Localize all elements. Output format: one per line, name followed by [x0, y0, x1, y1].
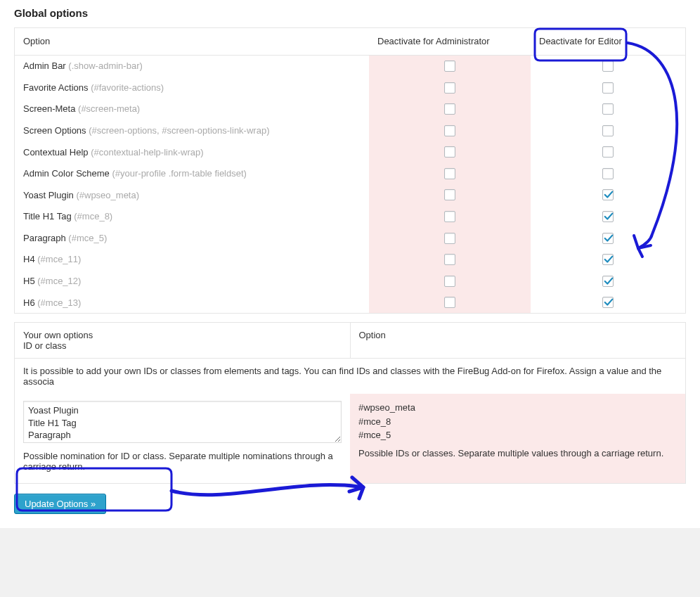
deactivate-admin-checkbox[interactable]: [444, 82, 455, 94]
own-options-panel: Your own options ID or class Option It i…: [14, 322, 686, 484]
table-row: Title H1 Tag (#mce_8): [15, 205, 685, 227]
global-options-table: Option Deactivate for Administrator Deac…: [14, 27, 686, 314]
table-row: H4 (#mce_11): [15, 249, 685, 271]
table-row: Paragraph (#mce_5): [15, 227, 685, 249]
deactivate-editor-checkbox[interactable]: [602, 82, 614, 94]
own-right-hint: Possible IDs or classes. Separate multip…: [358, 448, 677, 458]
deactivate-admin-checkbox[interactable]: [444, 103, 455, 115]
table-row: Yoast Plugin (#wpseo_meta): [15, 184, 685, 206]
option-label: H4 (#mce_11): [15, 249, 369, 271]
table-row: Screen Options (#screen-options, #screen…: [15, 120, 685, 141]
option-label: Admin Color Scheme (#your-profile .form-…: [15, 162, 369, 184]
option-label: Title H1 Tag (#mce_8): [15, 205, 369, 227]
table-row: H5 (#mce_12): [15, 270, 685, 292]
own-header-title: Your own options: [23, 330, 93, 340]
option-label: Admin Bar (.show-admin-bar): [15, 55, 369, 77]
deactivate-editor-checkbox[interactable]: [602, 168, 614, 179]
option-label: Screen Options (#screen-options, #screen…: [15, 120, 369, 141]
deactivate-editor-checkbox[interactable]: [602, 233, 614, 244]
deactivate-editor-checkbox[interactable]: [602, 60, 614, 72]
option-label: H5 (#mce_12): [15, 270, 369, 292]
table-row: H6 (#mce_13): [15, 292, 685, 314]
own-description: It is possible to add your own IDs or cl…: [15, 359, 685, 394]
deactivate-admin-checkbox[interactable]: [444, 254, 455, 265]
option-label: Paragraph (#mce_5): [15, 227, 369, 249]
deactivate-admin-checkbox[interactable]: [444, 189, 455, 200]
option-label: Favorite Actions (#favorite-actions): [15, 77, 369, 98]
deactivate-admin-checkbox[interactable]: [444, 168, 455, 179]
deactivate-editor-checkbox[interactable]: [602, 189, 614, 200]
deactivate-admin-checkbox[interactable]: [444, 146, 455, 158]
own-selector-values: #wpseo_meta#mce_8#mce_5: [358, 401, 677, 442]
deactivate-editor-checkbox[interactable]: [602, 103, 614, 115]
option-label: Screen-Meta (#screen-meta): [15, 98, 369, 120]
section-title: Global options: [0, 0, 700, 27]
deactivate-editor-checkbox[interactable]: [602, 276, 614, 287]
col-admin-header: Deactivate for Administrator: [369, 28, 531, 55]
table-row: Screen-Meta (#screen-meta): [15, 98, 685, 120]
deactivate-editor-checkbox[interactable]: [602, 125, 614, 136]
own-header-right: Option: [351, 323, 686, 358]
table-row: Admin Bar (.show-admin-bar): [15, 55, 685, 77]
own-header-sub: ID or class: [23, 340, 66, 351]
deactivate-admin-checkbox[interactable]: [444, 60, 455, 72]
table-row: Admin Color Scheme (#your-profile .form-…: [15, 162, 685, 184]
option-label: Yoast Plugin (#wpseo_meta): [15, 184, 369, 206]
own-ids-textarea[interactable]: [23, 401, 342, 443]
deactivate-editor-checkbox[interactable]: [602, 211, 614, 222]
deactivate-admin-checkbox[interactable]: [444, 211, 455, 222]
own-header-left: Your own options ID or class: [15, 323, 351, 358]
deactivate-editor-checkbox[interactable]: [602, 297, 614, 308]
deactivate-admin-checkbox[interactable]: [444, 233, 455, 244]
option-label: H6 (#mce_13): [15, 292, 369, 314]
deactivate-admin-checkbox[interactable]: [444, 276, 455, 287]
col-option-header: Option: [15, 28, 369, 55]
table-row: Contextual Help (#contextual-help-link-w…: [15, 141, 685, 163]
table-row: Favorite Actions (#favorite-actions): [15, 77, 685, 98]
deactivate-editor-checkbox[interactable]: [602, 254, 614, 265]
deactivate-admin-checkbox[interactable]: [444, 297, 455, 308]
update-options-button[interactable]: Update Options »: [14, 494, 106, 514]
deactivate-admin-checkbox[interactable]: [444, 125, 455, 136]
option-label: Contextual Help (#contextual-help-link-w…: [15, 141, 369, 163]
deactivate-editor-checkbox[interactable]: [602, 146, 614, 158]
own-left-hint: Possible nomination for ID or class. Sep…: [23, 451, 342, 472]
col-editor-header: Deactivate for Editor: [531, 28, 685, 55]
